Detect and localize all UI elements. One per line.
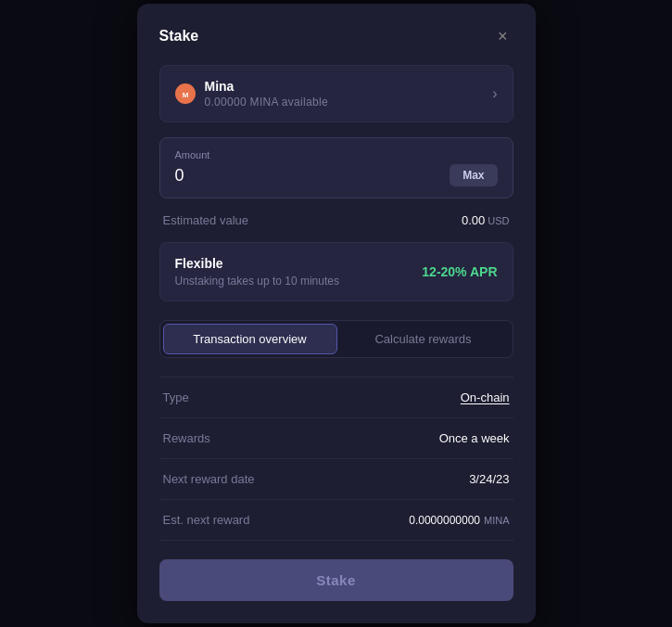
table-row: Next reward date 3/24/23	[159, 459, 514, 500]
token-balance: 0.00000 MINA available	[205, 96, 328, 109]
estimated-label: Estimated value	[163, 213, 249, 227]
table-row: Est. next reward 0.0000000000 MINA	[159, 500, 514, 541]
amount-wrapper: Amount Max	[159, 137, 514, 198]
chevron-right-icon: ›	[492, 85, 497, 102]
max-button[interactable]: Max	[450, 164, 497, 186]
amount-label: Amount	[175, 149, 498, 160]
table-row: Rewards Once a week	[159, 418, 514, 459]
amount-input[interactable]	[175, 166, 439, 186]
transaction-overview: Type On-chain Rewards Once a week Next r…	[159, 377, 514, 541]
apr-badge: 12-20% APR	[422, 264, 497, 279]
close-button[interactable]: ×	[492, 26, 514, 46]
staking-subtitle: Unstaking takes up to 10 minutes	[175, 275, 339, 288]
tab-calculate-rewards[interactable]: Calculate rewards	[337, 324, 510, 354]
tx-value-rewards: Once a week	[439, 431, 510, 445]
token-info: M Mina 0.00000 MINA available	[175, 79, 328, 109]
estimated-row: Estimated value 0.00USD	[159, 213, 514, 227]
tab-bar: Transaction overview Calculate rewards	[159, 320, 514, 358]
table-row: Type On-chain	[159, 377, 514, 418]
tx-label-est-next-reward: Est. next reward	[163, 513, 250, 527]
staking-details: Flexible Unstaking takes up to 10 minute…	[175, 256, 339, 288]
amount-row: Max	[175, 164, 498, 186]
staking-info: Flexible Unstaking takes up to 10 minute…	[159, 242, 514, 301]
modal-header: Stake ×	[159, 26, 514, 46]
token-icon: M	[175, 83, 196, 104]
token-name: Mina	[205, 79, 328, 94]
est-reward-currency: MINA	[484, 515, 510, 526]
stake-button[interactable]: Stake	[159, 559, 514, 601]
token-selector[interactable]: M Mina 0.00000 MINA available ›	[159, 65, 514, 122]
est-reward-amount: 0.0000000000	[409, 514, 480, 527]
stake-modal: Stake × M Mina 0.00000 MINA available › …	[137, 4, 536, 623]
tx-label-rewards: Rewards	[163, 431, 210, 445]
tx-label-next-reward-date: Next reward date	[163, 472, 255, 486]
tx-value-est-next-reward: 0.0000000000 MINA	[409, 514, 509, 527]
modal-title: Stake	[159, 28, 199, 45]
tab-transaction-overview[interactable]: Transaction overview	[163, 324, 337, 354]
estimated-amount: 0.00	[462, 213, 485, 227]
token-details: Mina 0.00000 MINA available	[205, 79, 328, 109]
tx-label-type: Type	[163, 390, 189, 404]
svg-text:M: M	[182, 91, 188, 99]
tx-value-next-reward-date: 3/24/23	[469, 472, 509, 486]
estimated-value: 0.00USD	[462, 213, 510, 227]
tx-value-type: On-chain	[461, 390, 510, 404]
staking-title: Flexible	[175, 256, 339, 271]
estimated-currency: USD	[488, 215, 509, 226]
